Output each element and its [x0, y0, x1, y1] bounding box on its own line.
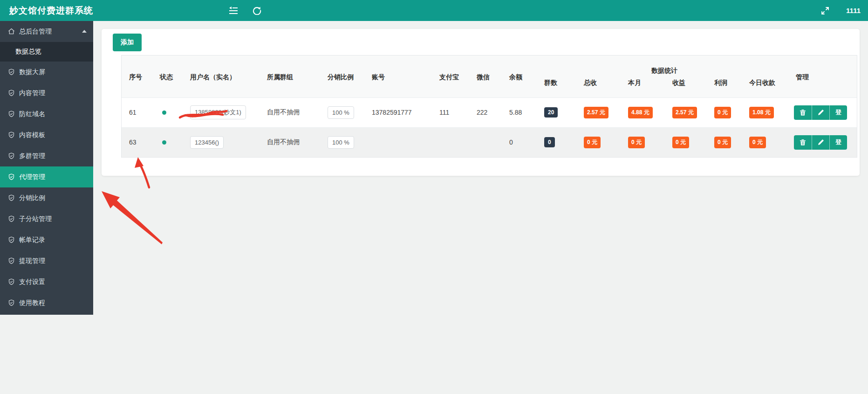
shield-check-icon	[8, 215, 15, 223]
cell-manage: 登	[790, 97, 857, 127]
refresh-icon[interactable]	[252, 6, 262, 16]
cell-username: 123456()	[185, 127, 261, 157]
username-field[interactable]: 13858888(妙文1)	[190, 105, 246, 119]
month-badge: 0 元	[628, 137, 645, 148]
agent-panel: 添加 序号 状态 用户名（实名） 所属群组 分销比例 账号	[102, 29, 860, 176]
sidebar-item-agent-mgmt[interactable]: 代理管理	[0, 166, 93, 187]
sidebar-item-bill-records[interactable]: 帐单记录	[0, 229, 93, 250]
shield-check-icon	[8, 173, 15, 181]
sidebar-item-content-mgmt[interactable]: 内容管理	[0, 83, 93, 104]
shield-check-icon	[8, 194, 15, 202]
cell-month: 0 元	[622, 127, 667, 157]
delete-button[interactable]	[794, 135, 812, 150]
col-balance: 余额	[504, 55, 539, 97]
cell-alipay: 111	[434, 97, 471, 127]
month-badge: 4.88 元	[628, 107, 653, 118]
cell-today: 1.08 元	[744, 97, 790, 127]
total-badge: 0 元	[584, 137, 601, 148]
today-badge: 1.08 元	[749, 107, 774, 118]
sidebar-item-multi-group[interactable]: 多群管理	[0, 145, 93, 166]
profit-badge: 0 元	[714, 137, 731, 148]
sidebar-item-admin-root[interactable]: 总后台管理	[0, 21, 93, 42]
shield-check-icon	[8, 111, 15, 118]
status-online-dot	[162, 111, 166, 115]
col-manage: 管理	[790, 55, 857, 97]
cell-account	[366, 127, 434, 157]
cell-username: 13858888(妙文1)	[185, 97, 261, 127]
group-count-badge: 20	[544, 107, 558, 118]
cell-manage: 登	[790, 127, 857, 157]
table-row: 61 13858888(妙文1) 自用不抽佣 100 % 13782591777…	[122, 97, 857, 127]
shield-check-icon	[8, 152, 15, 160]
sidebar-item-withdrawal-mgmt[interactable]: 提现管理	[0, 250, 93, 271]
cell-groups: 20	[539, 97, 578, 127]
collapse-menu-icon[interactable]	[228, 6, 239, 16]
cell-wechat	[471, 127, 504, 157]
cell-income: 0 元	[667, 127, 709, 157]
edit-button[interactable]	[812, 105, 829, 120]
col-total: 总收	[578, 76, 622, 97]
shield-check-icon	[8, 278, 15, 286]
cell-group: 自用不抽佣	[261, 97, 322, 127]
login-button[interactable]: 登	[829, 105, 847, 120]
cell-alipay	[434, 127, 471, 157]
agent-table: 序号 状态 用户名（实名） 所属群组 分销比例 账号 支付宝 微信 余额 数据统…	[121, 55, 857, 158]
content-area: 添加 序号 状态 用户名（实名） 所属群组 分销比例 账号	[93, 21, 868, 394]
profit-badge: 0 元	[714, 107, 731, 118]
col-month: 本月	[622, 76, 667, 97]
username-field[interactable]: 123456()	[190, 136, 224, 149]
col-status: 状态	[154, 55, 185, 97]
sidebar-item-data-screen[interactable]: 数据大屏	[0, 62, 93, 83]
shield-check-icon	[8, 299, 15, 307]
sidebar-nav: 总后台管理 数据总览 数据大屏 内容管理 防红域名 内容模板 多群管理 代理管理…	[0, 21, 93, 315]
cell-profit: 0 元	[709, 127, 744, 157]
sidebar-item-distribution-ratio[interactable]: 分销比例	[0, 187, 93, 208]
cell-balance: 5.88	[504, 97, 539, 127]
col-groups: 群数	[539, 76, 578, 97]
cell-total: 0 元	[578, 127, 622, 157]
login-button[interactable]: 登	[829, 135, 847, 150]
table-row: 63 123456() 自用不抽佣 100 % 0 0 0 元 0 元 0 元	[122, 127, 857, 157]
col-profit: 利润	[709, 76, 744, 97]
sidebar-item-data-overview[interactable]: 数据总览	[0, 42, 93, 62]
ratio-field[interactable]: 100 %	[328, 136, 354, 149]
app-title: 妙文馆付费进群系统	[0, 5, 93, 17]
cell-profit: 0 元	[709, 97, 744, 127]
cell-seq: 61	[122, 97, 154, 127]
col-today: 今日收款	[744, 76, 790, 97]
col-group: 所属群组	[261, 55, 322, 97]
cell-group: 自用不抽佣	[261, 127, 322, 157]
ratio-field[interactable]: 100 %	[328, 106, 354, 119]
edit-button[interactable]	[812, 135, 829, 150]
status-online-dot	[162, 140, 166, 145]
shield-check-icon	[8, 236, 15, 244]
cell-balance: 0	[504, 127, 539, 157]
cell-account: 13782591777	[366, 97, 434, 127]
col-account: 账号	[366, 55, 434, 97]
total-badge: 2.57 元	[584, 107, 608, 118]
cell-seq: 63	[122, 127, 154, 157]
sidebar-item-substation-mgmt[interactable]: 子分站管理	[0, 208, 93, 229]
cell-groups: 0	[539, 127, 578, 157]
cell-ratio: 100 %	[322, 97, 366, 127]
user-menu[interactable]: 1111	[846, 7, 861, 14]
add-button[interactable]: 添加	[113, 34, 142, 51]
shield-check-icon	[8, 90, 15, 97]
cell-status	[154, 97, 185, 127]
home-icon	[8, 28, 15, 35]
cell-income: 2.57 元	[667, 97, 709, 127]
sidebar-item-payment-settings[interactable]: 支付设置	[0, 271, 93, 292]
top-navbar: 妙文馆付费进群系统 1111	[0, 0, 868, 21]
cell-ratio: 100 %	[322, 127, 366, 157]
sidebar-item-content-template[interactable]: 内容模板	[0, 124, 93, 145]
income-badge: 0 元	[672, 137, 689, 148]
col-alipay: 支付宝	[434, 55, 471, 97]
sidebar-item-antired-domain[interactable]: 防红域名	[0, 104, 93, 124]
sidebar-item-tutorial[interactable]: 使用教程	[0, 292, 93, 313]
delete-button[interactable]	[794, 105, 812, 120]
col-username: 用户名（实名）	[185, 55, 261, 97]
col-income: 收益	[667, 76, 709, 97]
income-badge: 2.57 元	[672, 107, 697, 118]
fullscreen-icon[interactable]	[820, 6, 830, 16]
shield-check-icon	[8, 257, 15, 265]
